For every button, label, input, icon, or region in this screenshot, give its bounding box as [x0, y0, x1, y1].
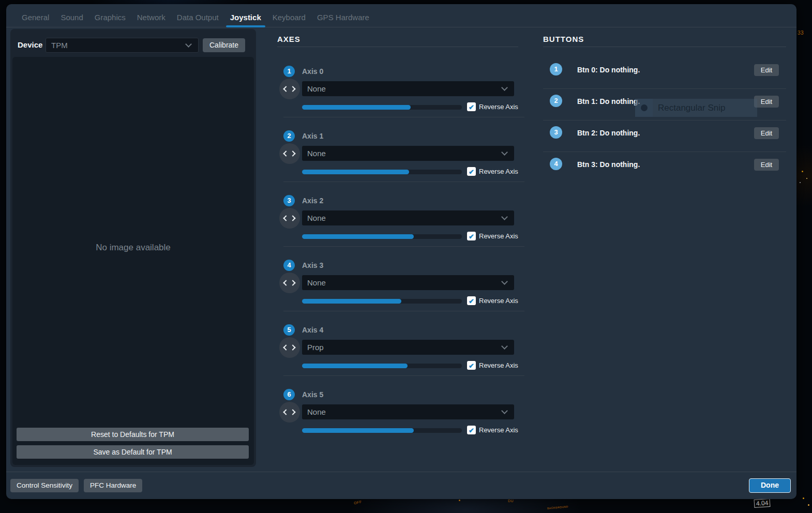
axis-label: Axis 2: [302, 197, 323, 205]
reverse-axis-checkbox[interactable]: [467, 232, 476, 240]
device-select-value: TPM: [51, 41, 68, 50]
reverse-axis-label: Reverse Axis: [479, 426, 518, 434]
axis-activity-bar[interactable]: [302, 299, 462, 304]
edit-button[interactable]: Edit: [754, 64, 779, 76]
axis-activity-bar[interactable]: [302, 364, 462, 368]
reverse-axis-checkbox[interactable]: [467, 102, 476, 111]
background-light: [800, 182, 801, 183]
chevron-down-icon: [501, 278, 508, 285]
reverse-axis-checkbox[interactable]: [467, 296, 476, 305]
chevron-left-icon: [283, 215, 289, 221]
snip-tool-icon-box: [635, 99, 653, 117]
axis-activity-fill: [302, 299, 401, 304]
chevron-down-icon: [501, 408, 508, 414]
device-select[interactable]: TPM: [46, 38, 199, 53]
reverse-axis-checkbox[interactable]: [467, 361, 476, 370]
edit-button[interactable]: Edit: [754, 127, 779, 139]
tab-sound[interactable]: Sound: [55, 9, 88, 27]
button-assignment-label: Btn 1: Do nothing.: [577, 97, 640, 105]
axis-nudge-control[interactable]: [279, 337, 300, 358]
button-assignment-label: Btn 3: Do nothing.: [577, 160, 640, 169]
tab-joystick[interactable]: Joystick: [224, 9, 267, 27]
axis-activity-bar[interactable]: [302, 234, 462, 239]
tab-graphics[interactable]: Graphics: [89, 9, 131, 27]
axis-assignment-select[interactable]: None: [302, 146, 514, 161]
snip-tool-ghost-overlay: Rectangular Snip: [635, 99, 757, 117]
background-light: [802, 171, 803, 172]
background-light: [808, 504, 809, 506]
tab-gps-hardware[interactable]: GPS Hardware: [311, 9, 375, 27]
chevron-down-icon: [501, 343, 508, 350]
tab-general[interactable]: General: [16, 9, 55, 27]
chevron-right-icon: [290, 344, 295, 350]
chevron-down-icon: [501, 84, 508, 91]
divider: [283, 375, 524, 376]
axis-group-2: 3 Axis 2 None Reverse Axis: [271, 191, 518, 255]
snip-tool-label: Rectangular Snip: [658, 99, 725, 117]
axis-assignment-value: None: [307, 84, 326, 93]
button-row-2: 3 Btn 2: Do nothing. Edit: [543, 120, 786, 152]
reverse-axis-checkbox[interactable]: [467, 426, 476, 434]
buttons-section-title: BUTTONS: [543, 35, 584, 43]
tab-data-output[interactable]: Data Output: [171, 9, 224, 27]
axis-activity-fill: [302, 170, 409, 174]
reverse-axis-label: Reverse Axis: [479, 103, 518, 111]
axis-nudge-control[interactable]: [279, 402, 300, 423]
calibrate-button[interactable]: Calibrate: [203, 38, 245, 52]
axis-activity-fill: [302, 105, 411, 110]
axis-number-badge: 2: [283, 130, 295, 142]
axis-nudge-control[interactable]: [279, 208, 300, 229]
background-gauge-digits: 33: [798, 30, 804, 36]
chevron-down-icon: [501, 214, 508, 220]
axis-number-badge: 1: [283, 66, 295, 77]
button-number-badge: 2: [550, 95, 562, 107]
pfc-hardware-button[interactable]: PFC Hardware: [84, 479, 142, 492]
background-light: [806, 178, 807, 179]
button-row-0: 1 Btn 0: Do nothing. Edit: [543, 57, 786, 89]
axis-assignment-value: Prop: [307, 343, 324, 352]
axis-label: Axis 0: [302, 67, 323, 76]
axis-assignment-select[interactable]: None: [302, 210, 514, 225]
control-sensitivity-button[interactable]: Control Sensitivity: [10, 479, 79, 492]
button-number-badge: 4: [550, 158, 562, 170]
background-light: [803, 497, 804, 499]
tab-network[interactable]: Network: [131, 9, 171, 27]
axis-label: Axis 3: [302, 261, 323, 269]
axis-assignment-select[interactable]: None: [302, 404, 514, 419]
done-button[interactable]: Done: [749, 478, 791, 493]
background-light: [459, 500, 460, 501]
settings-tabbar: General Sound Graphics Network Data Outp…: [6, 4, 796, 27]
axis-assignment-select[interactable]: None: [302, 81, 514, 96]
axis-assignment-select[interactable]: None: [302, 275, 514, 290]
button-row-3: 4 Btn 3: Do nothing. Edit: [543, 152, 786, 184]
divider: [283, 311, 524, 311]
axis-assignment-value: None: [307, 149, 326, 158]
chevron-right-icon: [290, 280, 295, 285]
axis-group-0: 1 Axis 0 None Reverse Axis: [271, 62, 518, 126]
axis-nudge-control[interactable]: [279, 79, 300, 99]
tab-keyboard[interactable]: Keyboard: [267, 9, 311, 27]
divider: [277, 47, 518, 47]
axes-section-title: AXES: [277, 35, 300, 43]
reverse-axis-checkbox[interactable]: [467, 167, 476, 176]
button-assignment-label: Btn 2: Do nothing.: [577, 129, 640, 137]
axis-label: Axis 5: [302, 390, 323, 399]
snip-dot-icon: [641, 104, 648, 111]
edit-button[interactable]: Edit: [754, 96, 779, 108]
axis-nudge-control[interactable]: [279, 143, 300, 164]
edit-button[interactable]: Edit: [754, 159, 779, 171]
reset-defaults-button[interactable]: Reset to Defaults for TPM: [17, 428, 249, 441]
axis-activity-bar[interactable]: [302, 170, 462, 174]
save-default-button[interactable]: Save as Default for TPM: [17, 445, 249, 459]
reverse-axis-label: Reverse Axis: [479, 168, 518, 176]
axis-activity-bar[interactable]: [302, 105, 462, 110]
axis-assignment-select[interactable]: Prop: [302, 340, 514, 355]
divider: [283, 182, 524, 182]
button-assignment-label: Btn 0: Do nothing.: [577, 66, 640, 74]
chevron-left-icon: [283, 344, 289, 350]
reverse-axis-label: Reverse Axis: [479, 232, 518, 240]
axis-assignment-value: None: [307, 408, 326, 416]
chevron-left-icon: [283, 280, 289, 285]
axis-activity-bar[interactable]: [302, 428, 462, 433]
axis-nudge-control[interactable]: [279, 273, 300, 293]
